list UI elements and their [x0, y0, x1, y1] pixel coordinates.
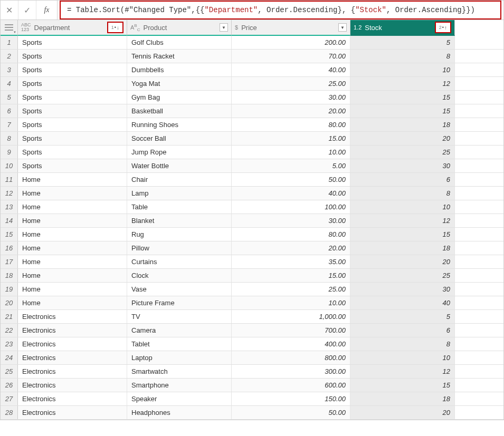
cell-price[interactable]: 35.00 — [232, 255, 350, 268]
cell-product[interactable]: Running Shoes — [127, 118, 232, 131]
cell-department[interactable]: Home — [18, 269, 127, 282]
cell-product[interactable]: Table — [127, 200, 232, 214]
cell-price[interactable]: 30.00 — [232, 214, 350, 227]
row-number[interactable]: 16 — [1, 241, 18, 255]
table-row[interactable]: 10SportsWater Bottle5.0030 — [1, 159, 503, 173]
table-row[interactable]: 7SportsRunning Shoes80.0018 — [1, 118, 503, 132]
cell-stock[interactable]: 6 — [350, 324, 455, 337]
table-row[interactable]: 14HomeBlanket30.0012 — [1, 214, 503, 228]
cell-department[interactable]: Home — [18, 241, 127, 255]
fx-icon[interactable]: fx — [36, 1, 58, 20]
table-row[interactable]: 17HomeCurtains35.0020 — [1, 255, 503, 269]
cell-price[interactable]: 20.00 — [232, 241, 350, 255]
formula-input[interactable]: = Table.Sort(#"Changed Type",{{"Departme… — [60, 1, 501, 20]
cell-stock[interactable]: 20 — [350, 132, 455, 145]
cell-product[interactable]: Gym Bag — [127, 91, 232, 104]
cell-department[interactable]: Electronics — [18, 406, 127, 419]
table-row[interactable]: 5SportsGym Bag30.0015 — [1, 91, 503, 104]
cell-department[interactable]: Sports — [18, 118, 127, 131]
cell-department[interactable]: Home — [18, 173, 127, 186]
row-number[interactable]: 28 — [1, 406, 18, 419]
table-row[interactable]: 26ElectronicsSmartphone600.0015 — [1, 379, 503, 392]
cell-stock[interactable]: 30 — [350, 159, 455, 172]
cell-product[interactable]: Camera — [127, 324, 232, 337]
row-number[interactable]: 17 — [1, 255, 18, 268]
cell-stock[interactable]: 25 — [350, 269, 455, 282]
sort-indicator[interactable]: 1•↓ — [107, 22, 123, 33]
cell-price[interactable]: 80.00 — [232, 228, 350, 241]
cell-stock[interactable]: 15 — [350, 228, 455, 241]
cell-department[interactable]: Home — [18, 214, 127, 227]
cell-price[interactable]: 40.00 — [232, 63, 350, 76]
cell-stock[interactable]: 20 — [350, 406, 455, 419]
cell-department[interactable]: Sports — [18, 77, 127, 90]
cell-price[interactable]: 30.00 — [232, 91, 350, 104]
row-number[interactable]: 9 — [1, 146, 18, 159]
cell-price[interactable]: 20.00 — [232, 104, 350, 118]
cell-stock[interactable]: 12 — [350, 365, 455, 378]
cell-department[interactable]: Sports — [18, 63, 127, 76]
cell-product[interactable]: Jump Rope — [127, 146, 232, 159]
column-header-price[interactable]: $Price▼ — [232, 20, 350, 36]
cell-department[interactable]: Electronics — [18, 379, 127, 392]
cell-product[interactable]: Golf Clubs — [127, 36, 232, 49]
table-row[interactable]: 27ElectronicsSpeaker150.0018 — [1, 392, 503, 406]
cell-department[interactable]: Electronics — [18, 351, 127, 364]
cell-stock[interactable]: 40 — [350, 296, 455, 309]
cell-price[interactable]: 50.00 — [232, 173, 350, 186]
row-number[interactable]: 11 — [1, 173, 18, 186]
column-header-department[interactable]: ABC123Department1•↓ — [18, 20, 127, 36]
row-number[interactable]: 20 — [1, 296, 18, 309]
sort-indicator[interactable]: 2•↑ — [435, 22, 451, 33]
row-number[interactable]: 6 — [1, 104, 18, 118]
cell-product[interactable]: Smartwatch — [127, 365, 232, 378]
cell-product[interactable]: Basketball — [127, 104, 232, 118]
cell-price[interactable]: 40.00 — [232, 187, 350, 200]
cell-department[interactable]: Home — [18, 283, 127, 296]
table-row[interactable]: 6SportsBasketball20.0015 — [1, 104, 503, 118]
row-number[interactable]: 14 — [1, 214, 18, 227]
cell-stock[interactable]: 25 — [350, 146, 455, 159]
cell-department[interactable]: Electronics — [18, 310, 127, 323]
cell-stock[interactable]: 30 — [350, 283, 455, 296]
cell-product[interactable]: Laptop — [127, 351, 232, 364]
row-number[interactable]: 24 — [1, 351, 18, 364]
cell-product[interactable]: Speaker — [127, 392, 232, 405]
row-number[interactable]: 25 — [1, 365, 18, 378]
cell-product[interactable]: Blanket — [127, 214, 232, 227]
table-row[interactable]: 2SportsTennis Racket70.008 — [1, 50, 503, 63]
column-header-product[interactable]: ABCProduct▼ — [127, 20, 232, 36]
cell-price[interactable]: 25.00 — [232, 283, 350, 296]
cell-department[interactable]: Electronics — [18, 337, 127, 351]
cell-stock[interactable]: 5 — [350, 310, 455, 323]
row-number[interactable]: 2 — [1, 50, 18, 63]
cell-price[interactable]: 300.00 — [232, 365, 350, 378]
row-number[interactable]: 22 — [1, 324, 18, 337]
cell-product[interactable]: Vase — [127, 283, 232, 296]
table-row[interactable]: 28ElectronicsHeadphones50.0020 — [1, 406, 503, 420]
cell-price[interactable]: 10.00 — [232, 296, 350, 309]
cell-price[interactable]: 600.00 — [232, 379, 350, 392]
cell-stock[interactable]: 15 — [350, 104, 455, 118]
cell-department[interactable]: Sports — [18, 104, 127, 118]
cell-price[interactable]: 15.00 — [232, 132, 350, 145]
cell-product[interactable]: Tablet — [127, 337, 232, 351]
table-row[interactable]: 19HomeVase25.0030 — [1, 283, 503, 296]
table-row[interactable]: 24ElectronicsLaptop800.0010 — [1, 351, 503, 365]
cell-product[interactable]: Headphones — [127, 406, 232, 419]
cell-stock[interactable]: 6 — [350, 173, 455, 186]
cell-stock[interactable]: 8 — [350, 337, 455, 351]
cell-price[interactable]: 100.00 — [232, 200, 350, 214]
cell-product[interactable]: Lamp — [127, 187, 232, 200]
row-number[interactable]: 13 — [1, 200, 18, 214]
cell-product[interactable]: Chair — [127, 173, 232, 186]
column-header-stock[interactable]: 1.2Stock2•↑ — [350, 20, 455, 36]
cell-stock[interactable]: 5 — [350, 36, 455, 49]
cell-product[interactable]: Picture Frame — [127, 296, 232, 309]
table-row[interactable]: 4SportsYoga Mat25.0012 — [1, 77, 503, 91]
select-all-corner[interactable]: ▼ — [1, 20, 18, 36]
cell-stock[interactable]: 15 — [350, 91, 455, 104]
cell-department[interactable]: Sports — [18, 50, 127, 63]
table-row[interactable]: 20HomePicture Frame10.0040 — [1, 296, 503, 310]
cell-stock[interactable]: 18 — [350, 241, 455, 255]
